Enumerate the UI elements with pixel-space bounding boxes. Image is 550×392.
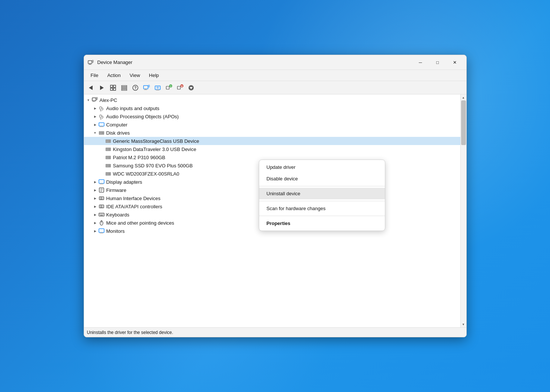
device-manager-window: Device Manager ─ □ ✕ File Action View He… [84, 55, 467, 337]
scroll-up-button[interactable]: ▲ [460, 94, 466, 100]
svg-rect-8 [113, 85, 116, 87]
hid-label: Human Interface Devices [106, 196, 161, 201]
forward-button[interactable] [97, 83, 107, 93]
svg-rect-37 [100, 107, 102, 109]
svg-point-74 [109, 174, 110, 174]
computer-label: Computer [106, 122, 128, 128]
svg-point-54 [109, 141, 110, 142]
svg-point-59 [109, 149, 110, 150]
scroll-down-button[interactable]: ▼ [460, 321, 466, 327]
expand-keyboards[interactable]: ▶ [92, 212, 98, 218]
audio-io-icon [98, 105, 105, 112]
tree-item-disk-kingston[interactable]: ▶ Kingston DataTraveler 3.0 USB Device [84, 145, 460, 153]
menu-view[interactable]: View [126, 71, 144, 80]
hid-icon [98, 195, 105, 202]
expand-audio-io[interactable]: ▶ [92, 105, 98, 111]
firmware-label: Firmware [106, 187, 126, 193]
menu-file[interactable]: File [87, 71, 102, 80]
svg-rect-55 [106, 141, 108, 141]
window-controls: ─ □ ✕ [412, 57, 463, 68]
expand-display[interactable]: ▶ [92, 179, 98, 185]
svg-marker-5 [89, 86, 93, 90]
svg-text:+: + [170, 84, 171, 88]
svg-point-49 [102, 133, 103, 134]
ctx-separator-1 [259, 186, 385, 186]
svg-rect-78 [100, 184, 103, 184]
computer-properties-button[interactable] [152, 83, 163, 93]
ctx-separator-2 [259, 201, 385, 201]
menu-help[interactable]: Help [145, 71, 163, 80]
back-button[interactable] [86, 83, 96, 93]
tree-scrollbar[interactable]: ▲ ▼ [460, 94, 466, 327]
svg-rect-44 [100, 126, 103, 127]
disk-generic-icon [105, 138, 112, 144]
ide-label: IDE ATA/ATAPI controllers [106, 204, 163, 209]
properties-grid-button[interactable] [108, 83, 118, 93]
help-button[interactable]: ? [130, 83, 141, 93]
keyboard-icon [98, 211, 105, 218]
svg-rect-2 [89, 64, 91, 65]
svg-rect-75 [106, 174, 108, 174]
display-label: Display adapters [106, 179, 142, 185]
expand-mice[interactable]: ▶ [92, 220, 98, 226]
firmware-icon [98, 187, 105, 193]
menu-action[interactable]: Action [103, 71, 124, 80]
svg-rect-87 [99, 205, 104, 208]
svg-point-64 [109, 157, 110, 158]
ctx-scan-hardware[interactable]: Scan for hardware changes [259, 203, 385, 214]
maximize-button[interactable]: □ [429, 57, 446, 68]
tree-root[interactable]: ▼ Alex-PC [84, 96, 460, 104]
svg-rect-92 [100, 214, 100, 215]
window-icon [87, 59, 94, 66]
expand-root[interactable]: ▼ [86, 97, 91, 103]
pc-icon [91, 97, 98, 103]
minimize-button[interactable]: ─ [412, 57, 429, 68]
tree-item-audio-apo[interactable]: ▶ Audio Processing Objects (APOs) [84, 112, 460, 121]
expand-computer[interactable]: ▶ [92, 122, 98, 128]
root-label: Alex-PC [100, 97, 118, 103]
svg-rect-17 [145, 89, 147, 90]
svg-rect-60 [106, 149, 108, 150]
svg-rect-77 [100, 183, 103, 184]
svg-rect-94 [102, 214, 103, 215]
mice-label: Mice and other pointing devices [106, 220, 174, 226]
close-button[interactable]: ✕ [446, 57, 463, 68]
svg-rect-20 [155, 86, 160, 90]
disk-patriot-label: Patriot M.2 P310 960GB [113, 155, 165, 160]
svg-rect-18 [144, 90, 147, 90]
svg-rect-7 [110, 85, 113, 87]
tree-item-audio-io[interactable]: ▶ Audio inputs and outputs [84, 104, 460, 112]
ctx-uninstall-device[interactable]: Uninstall device [259, 188, 385, 199]
expand-disk-drives[interactable]: ▼ [92, 130, 98, 136]
disk-generic-label: Generic MassStorageClass USB Device [113, 138, 199, 144]
svg-rect-36 [97, 99, 97, 100]
svg-rect-76 [99, 180, 104, 183]
expand-firmware[interactable]: ▶ [92, 187, 98, 193]
display-icon [98, 179, 105, 185]
enable-button[interactable]: + [164, 83, 174, 93]
ctx-properties[interactable]: Properties [259, 218, 385, 229]
disable-button[interactable]: ✕ [175, 83, 185, 93]
ctx-update-driver[interactable]: Update driver [259, 161, 385, 173]
svg-rect-95 [103, 214, 103, 215]
svg-rect-45 [100, 127, 103, 127]
tree-item-disk-generic[interactable]: ▶ Generic MassStorageClass USB Device [84, 137, 460, 145]
svg-rect-3 [92, 60, 93, 62]
svg-rect-100 [99, 229, 104, 232]
expand-ide[interactable]: ▶ [92, 203, 98, 209]
tree-item-computer[interactable]: ▶ Computer [84, 121, 460, 129]
svg-rect-0 [88, 61, 92, 64]
ctx-disable-device[interactable]: Disable device [259, 173, 385, 184]
svg-rect-102 [100, 233, 103, 234]
scan-computer-button[interactable] [141, 83, 152, 93]
tree-item-disk-drives[interactable]: ▼ Disk drives [84, 129, 460, 137]
svg-rect-11 [122, 86, 127, 87]
uninstall-button[interactable] [186, 83, 196, 93]
disk-kingston-icon [105, 146, 112, 152]
expand-monitors[interactable]: ▶ [92, 228, 98, 234]
expand-audio-apo[interactable]: ▶ [92, 113, 98, 119]
scroll-thumb[interactable] [461, 100, 466, 145]
expand-hid[interactable]: ▶ [92, 195, 98, 201]
disk-wdc-icon [105, 170, 112, 177]
list-view-button[interactable] [119, 83, 129, 93]
